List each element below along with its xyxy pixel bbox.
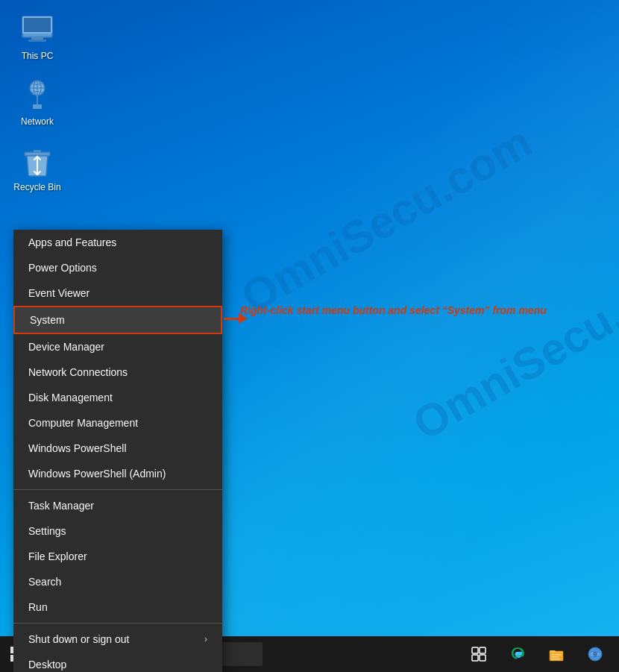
menu-item-power-options[interactable]: Power Options — [13, 255, 222, 280]
menu-divider-1 — [13, 489, 222, 490]
svg-rect-12 — [34, 150, 41, 153]
recycle-bin-icon-img — [19, 143, 55, 179]
menu-item-settings[interactable]: Settings — [13, 518, 222, 544]
network-label: Network — [21, 116, 54, 127]
menu-item-windows-powershell-label: Windows PowerShell — [28, 442, 127, 454]
recycle-bin-icon[interactable]: Recycle Bin — [7, 139, 67, 197]
annotation-text: Right-click start menu button and select… — [240, 304, 547, 316]
menu-item-windows-powershell-admin[interactable]: Windows PowerShell (Admin) — [13, 461, 222, 486]
menu-item-device-manager-label: Device Manager — [28, 341, 104, 353]
store-button[interactable] — [577, 636, 613, 672]
arrow-line — [224, 318, 239, 320]
menu-item-power-options-label: Power Options — [28, 262, 97, 274]
svg-rect-19 — [480, 655, 486, 661]
menu-item-network-connections-label: Network Connections — [28, 366, 128, 378]
menu-item-system[interactable]: System — [13, 306, 222, 334]
svg-rect-17 — [480, 647, 486, 653]
svg-rect-2 — [24, 18, 51, 32]
watermark-2: OmniSecu.com — [404, 242, 619, 450]
network-icon-item[interactable]: Network — [7, 73, 67, 131]
menu-item-run-label: Run — [28, 601, 48, 613]
menu-item-shut-down[interactable]: Shut down or sign out › — [13, 627, 222, 652]
svg-rect-18 — [472, 655, 478, 661]
watermark-1: OmniSecu.com — [233, 116, 541, 323]
edge-browser-button[interactable] — [500, 636, 535, 672]
menu-item-disk-management[interactable]: Disk Management — [13, 385, 222, 410]
svg-rect-10 — [33, 104, 42, 109]
svg-rect-23 — [551, 659, 560, 660]
this-pc-icon-img — [19, 12, 55, 48]
menu-item-event-viewer[interactable]: Event Viewer — [13, 280, 222, 306]
menu-item-system-label: System — [30, 314, 65, 326]
menu-item-task-manager[interactable]: Task Manager — [13, 493, 222, 518]
recycle-bin-label: Recycle Bin — [13, 182, 60, 192]
menu-item-computer-management[interactable]: Computer Management — [13, 410, 222, 436]
desktop: OmniSecu.com OmniSecu.com This PC — [0, 0, 619, 672]
menu-item-search-label: Search — [28, 576, 61, 588]
menu-item-apps-and-features[interactable]: Apps and Features — [13, 230, 222, 255]
menu-item-run[interactable]: Run — [13, 594, 222, 620]
this-pc-label: This PC — [22, 51, 54, 61]
menu-item-event-viewer-label: Event Viewer — [28, 287, 89, 299]
menu-item-settings-label: Settings — [28, 525, 66, 537]
taskbar-right — [461, 636, 619, 672]
menu-item-disk-management-label: Disk Management — [28, 392, 113, 403]
menu-item-apps-and-features-label: Apps and Features — [28, 236, 116, 248]
this-pc-icon[interactable]: This PC — [7, 7, 67, 66]
svg-rect-21 — [551, 654, 562, 656]
menu-item-shut-down-label: Shut down or sign out — [28, 633, 129, 645]
desktop-icons: This PC Network — [7, 7, 67, 197]
menu-item-search[interactable]: Search — [13, 569, 222, 594]
menu-item-file-explorer[interactable]: File Explorer — [13, 544, 222, 569]
task-view-button[interactable] — [461, 636, 497, 672]
svg-rect-16 — [472, 647, 478, 653]
menu-item-network-connections[interactable]: Network Connections — [13, 359, 222, 385]
menu-item-device-manager[interactable]: Device Manager — [13, 334, 222, 359]
menu-item-desktop[interactable]: Desktop — [13, 652, 222, 672]
menu-item-file-explorer-label: File Explorer — [28, 550, 87, 562]
network-icon-img — [19, 78, 55, 113]
menu-item-windows-powershell[interactable]: Windows PowerShell — [13, 436, 222, 461]
svg-rect-22 — [551, 656, 559, 658]
svg-rect-4 — [28, 40, 46, 42]
shut-down-arrow-icon: › — [204, 634, 207, 644]
svg-point-25 — [593, 652, 597, 656]
menu-item-desktop-label: Desktop — [28, 659, 66, 671]
menu-item-windows-powershell-admin-label: Windows PowerShell (Admin) — [28, 468, 166, 480]
menu-divider-2 — [13, 623, 222, 624]
file-explorer-button[interactable] — [538, 636, 574, 672]
context-menu: Apps and Features Power Options Event Vi… — [13, 230, 222, 672]
menu-item-computer-management-label: Computer Management — [28, 417, 138, 429]
menu-item-task-manager-label: Task Manager — [28, 500, 94, 512]
